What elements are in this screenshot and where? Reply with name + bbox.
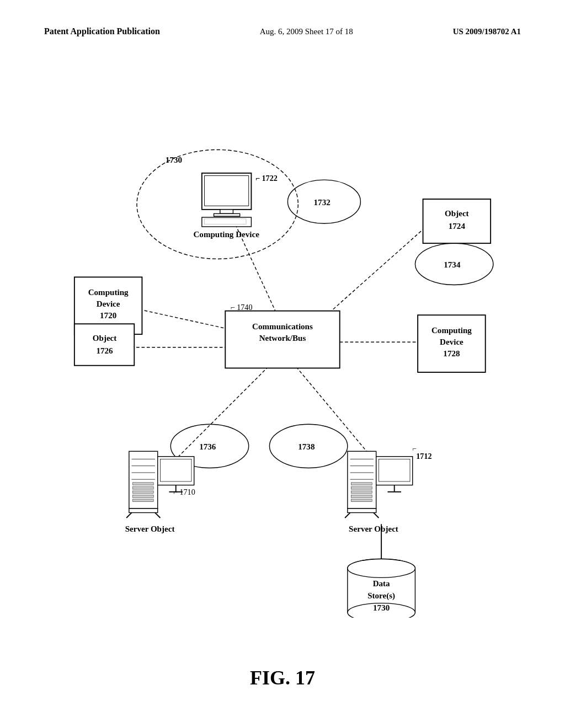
label-1732: 1732 <box>314 198 331 207</box>
svg-rect-28 <box>220 210 233 214</box>
svg-rect-30 <box>202 217 252 227</box>
svg-rect-58 <box>351 499 372 502</box>
label-1738: 1738 <box>298 442 315 451</box>
svg-text:Device: Device <box>440 338 463 346</box>
svg-line-48 <box>155 513 160 518</box>
label-1712: 1712 <box>416 452 431 461</box>
text-server-object-right: Server Object <box>349 524 398 533</box>
svg-text:1728: 1728 <box>443 349 460 358</box>
svg-line-5 <box>178 363 272 457</box>
svg-rect-40 <box>132 495 153 497</box>
svg-text:1730: 1730 <box>373 603 390 612</box>
svg-point-70 <box>348 559 415 577</box>
svg-rect-46 <box>129 508 158 513</box>
label-1734: 1734 <box>444 260 461 269</box>
label-1736: 1736 <box>199 442 216 451</box>
svg-rect-39 <box>132 491 153 494</box>
svg-rect-55 <box>351 486 372 489</box>
text-comm-network: Communications <box>252 322 313 331</box>
svg-text:1720: 1720 <box>100 311 116 320</box>
svg-line-64 <box>345 513 350 518</box>
svg-rect-56 <box>351 491 372 494</box>
label-1722: ⌐ 1722 <box>255 174 278 183</box>
text-server-object-left: Server Object <box>125 524 175 533</box>
svg-rect-60 <box>379 459 410 481</box>
svg-rect-19 <box>74 324 134 365</box>
svg-line-47 <box>126 513 131 518</box>
svg-rect-57 <box>351 495 372 497</box>
text-object-1726: Object <box>93 334 117 342</box>
svg-text:1724: 1724 <box>449 222 466 231</box>
svg-text:⌐: ⌐ <box>413 445 417 453</box>
publication-date-sheet: Aug. 6, 2009 Sheet 17 of 18 <box>260 27 353 36</box>
svg-rect-27 <box>205 176 249 206</box>
diagram-area: text { font-family: 'Times New Roman', T… <box>33 72 532 618</box>
computing-device-sub-label: Computing Device <box>193 230 259 239</box>
label-1740: ⌐ 1740 <box>231 303 253 312</box>
svg-rect-41 <box>132 499 153 502</box>
label-1730-top: 1730 <box>166 156 182 164</box>
text-computing-device-1720: Computing <box>88 288 129 297</box>
svg-text:Device: Device <box>97 299 120 308</box>
svg-text:1726: 1726 <box>96 346 113 355</box>
text-object-1724: Object <box>445 209 469 218</box>
page-header: Patent Application Publication Aug. 6, 2… <box>0 26 565 36</box>
svg-rect-54 <box>351 483 372 485</box>
svg-rect-63 <box>348 508 376 513</box>
svg-text:Network/Bus: Network/Bus <box>259 334 306 342</box>
text-data-store: Data <box>373 579 390 588</box>
label-1710: ⌐ 1710 <box>173 488 195 496</box>
svg-rect-38 <box>132 486 153 489</box>
patent-number: US 2009/198702 A1 <box>453 27 521 36</box>
svg-line-65 <box>374 513 379 518</box>
svg-text:Store(s): Store(s) <box>367 591 395 601</box>
publication-title: Patent Application Publication <box>44 26 160 36</box>
diagram-svg: text { font-family: 'Times New Roman', T… <box>33 72 532 618</box>
svg-rect-43 <box>160 459 191 481</box>
svg-rect-29 <box>214 213 240 216</box>
text-computing-device-1728: Computing <box>431 326 472 335</box>
figure-label: FIG. 17 <box>0 666 565 689</box>
svg-rect-37 <box>132 483 153 485</box>
